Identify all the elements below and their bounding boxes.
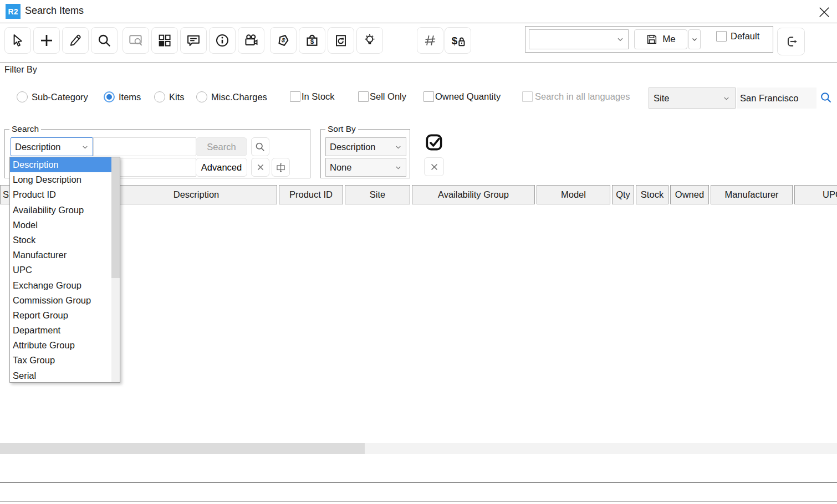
dropdown-scrollbar-thumb[interactable] (111, 157, 120, 278)
add-item-button[interactable] (33, 27, 60, 54)
column-header-model[interactable]: Model (537, 185, 610, 204)
dropdown-option-model[interactable]: Model (10, 218, 120, 233)
svg-text:$: $ (452, 35, 458, 47)
column-header-qty[interactable]: Qty (612, 185, 634, 204)
site-search-button[interactable] (819, 91, 833, 105)
dropdown-option-serial[interactable]: Serial (10, 368, 120, 383)
radio-selected-icon[interactable] (104, 91, 115, 102)
column-header-description[interactable]: Description (115, 185, 277, 204)
checkbox-label: Search in all languages (535, 91, 630, 102)
close-button[interactable] (817, 5, 831, 19)
media-button[interactable] (238, 27, 264, 54)
checkbox-in-stock[interactable]: In Stock (290, 91, 335, 102)
expand-window-icon (275, 162, 287, 173)
dropdown-option-commission-group[interactable]: Commission Group (10, 293, 120, 308)
refresh-log-button[interactable] (328, 27, 354, 54)
sort-secondary-combo[interactable]: None (325, 158, 406, 177)
sort-primary-combo[interactable]: Description (325, 137, 406, 156)
radio-icon[interactable] (154, 91, 165, 102)
search-field-dropdown-list: Description Long Description Product ID … (9, 157, 120, 383)
layout-grid-button[interactable] (151, 27, 178, 54)
site-combo[interactable]: Site (649, 88, 736, 109)
floppy-save-icon (646, 33, 658, 45)
default-checkbox-item[interactable]: Default (716, 31, 759, 42)
save-view-dropdown-button[interactable] (688, 29, 701, 49)
column-header-stock[interactable]: Stock (636, 185, 668, 204)
column-header-owned[interactable]: Owned (670, 185, 709, 204)
view-preset-group: Me Default (525, 26, 773, 53)
checked-checkbox-icon (423, 132, 445, 153)
dropdown-option-product-id[interactable]: Product ID (10, 187, 120, 202)
info-button[interactable] (209, 27, 236, 54)
grid-icon (157, 33, 172, 48)
select-checked-button[interactable] (423, 131, 445, 153)
radio-items[interactable]: Items (104, 91, 141, 102)
region-search-icon (128, 33, 144, 48)
column-header-product-id[interactable]: Product ID (279, 185, 343, 204)
sort-by-legend: Sort By (325, 124, 358, 134)
price-tag-button[interactable]: $ (270, 27, 297, 54)
column-header-upc[interactable]: UPC (794, 185, 837, 204)
expand-columns-button[interactable] (272, 158, 290, 177)
exit-button[interactable] (777, 28, 805, 55)
dropdown-option-report-group[interactable]: Report Group (10, 308, 120, 323)
search-query-input[interactable] (93, 137, 196, 156)
radio-icon[interactable] (17, 91, 28, 102)
dropdown-option-stock[interactable]: Stock (10, 233, 120, 248)
radio-sub-category[interactable]: Sub-Category (17, 91, 88, 102)
default-checkbox[interactable] (716, 31, 727, 42)
chevron-down-icon (394, 143, 402, 151)
dropdown-option-availability-group[interactable]: Availability Group (10, 203, 120, 218)
dropdown-option-long-description[interactable]: Long Description (10, 172, 120, 187)
checkbox-icon[interactable] (423, 91, 434, 102)
dropdown-option-manufacturer[interactable]: Manufacturer (10, 248, 120, 263)
status-bar-divider (0, 501, 837, 502)
edit-item-button[interactable] (62, 27, 89, 54)
dropdown-option-exchange-group[interactable]: Exchange Group (10, 278, 120, 293)
sort-primary-value: Description (330, 142, 376, 152)
column-header-manufacturer[interactable]: Manufacturer (711, 185, 793, 204)
checkbox-sell-only[interactable]: Sell Only (358, 91, 406, 102)
price-tag-icon: $ (275, 33, 291, 48)
site-search-field[interactable]: San Francisco (737, 88, 816, 109)
horizontal-scrollbar[interactable] (0, 443, 837, 454)
chevron-down-icon (81, 143, 89, 151)
cost-bag-button[interactable]: $ (299, 27, 325, 54)
horizontal-scrollbar-thumb[interactable] (0, 443, 365, 454)
search-field-combo[interactable]: Description (11, 137, 93, 156)
price-lock-button[interactable]: $ (445, 27, 471, 54)
checkbox-search-all-languages: Search in all languages (522, 91, 630, 102)
clear-search-button[interactable] (251, 158, 269, 177)
column-header-site[interactable]: Site (345, 185, 410, 204)
view-preset-combo[interactable] (529, 29, 629, 49)
suggestions-button[interactable] (356, 27, 383, 54)
search-magnifier-button[interactable] (251, 137, 269, 156)
exit-icon (783, 34, 799, 49)
dropdown-option-tax-group[interactable]: Tax Group (10, 353, 120, 368)
dropdown-option-upc[interactable]: UPC (10, 263, 120, 277)
region-search-button[interactable] (123, 27, 149, 54)
radio-label: Misc.Charges (211, 92, 267, 102)
search-button[interactable]: Search (196, 137, 247, 156)
dropdown-option-department[interactable]: Department (10, 323, 120, 338)
radio-misc-charges[interactable]: Misc.Charges (196, 91, 267, 102)
close-icon (818, 6, 830, 18)
clear-sort-button[interactable] (424, 157, 444, 176)
radio-icon[interactable] (196, 91, 207, 102)
advanced-button[interactable]: Advanced (196, 158, 247, 177)
pointer-tool-button[interactable] (4, 27, 31, 54)
dropdown-option-attribute-group[interactable]: Attribute Group (10, 338, 120, 353)
checkbox-icon[interactable] (358, 91, 369, 102)
dropdown-scrollbar[interactable] (111, 157, 120, 382)
title-bar: R2 Search Items (0, 0, 837, 23)
checkbox-owned-quantity[interactable]: Owned Quantity (423, 91, 501, 102)
search-tool-button[interactable] (91, 27, 118, 54)
radio-kits[interactable]: Kits (154, 91, 185, 102)
dropdown-option-description[interactable]: Description (10, 157, 120, 172)
radio-label: Kits (169, 92, 185, 102)
serial-number-button[interactable] (417, 27, 443, 54)
column-header-availability-group[interactable]: Availability Group (412, 185, 535, 204)
save-view-me-button[interactable]: Me (634, 29, 687, 49)
checkbox-icon[interactable] (290, 91, 300, 102)
comments-button[interactable] (180, 27, 207, 54)
